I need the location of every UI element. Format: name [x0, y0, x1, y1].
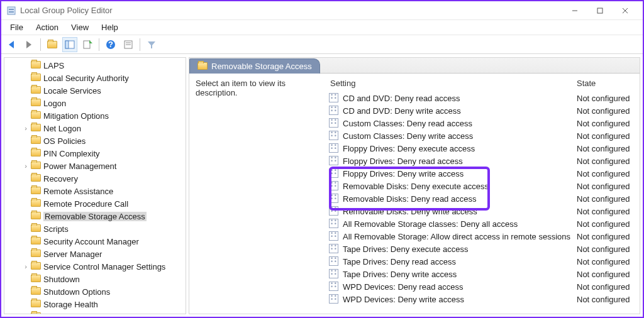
tree-item[interactable]: OS Policies	[4, 134, 186, 147]
tab-removable-storage-access[interactable]: Removable Storage Access	[189, 58, 320, 74]
folder-icon	[31, 174, 41, 183]
tree-item-label: Net Logon	[43, 124, 81, 133]
policy-row[interactable]: Tape Drives: Deny read accessNot configu…	[329, 255, 640, 268]
policy-setting: Custom Classes: Deny read access	[343, 119, 577, 128]
policy-row[interactable]: Floppy Drives: Deny read accessNot confi…	[329, 155, 640, 167]
policy-row[interactable]: Removable Disks: Deny read accessNot con…	[329, 192, 640, 205]
policy-state: Not configured	[577, 156, 640, 166]
tree-item[interactable]: Storage Health	[4, 298, 186, 310]
policy-setting: Removable Disks: Deny read access	[343, 194, 577, 204]
maximize-button[interactable]	[587, 2, 613, 19]
expand-icon[interactable]: ›	[22, 162, 30, 170]
menu-help[interactable]: Help	[95, 21, 125, 33]
svg-marker-18	[148, 41, 155, 48]
tree-item[interactable]: Recovery	[4, 172, 186, 185]
tree-item[interactable]: Mitigation Options	[4, 109, 186, 122]
toolbar: ?	[1, 35, 643, 54]
policy-row[interactable]: CD and DVD: Deny read accessNot configur…	[329, 92, 640, 104]
policy-state: Not configured	[577, 106, 640, 116]
close-button[interactable]	[613, 2, 638, 19]
expand-icon[interactable]: ›	[22, 124, 30, 132]
policy-row[interactable]: CD and DVD: Deny write accessNot configu…	[329, 104, 640, 117]
tree-item-label: Storage Sense	[43, 312, 97, 315]
policy-state: Not configured	[577, 257, 640, 266]
tree-item-label: Locale Services	[43, 86, 101, 96]
svg-text:?: ?	[108, 40, 113, 49]
policy-setting: Floppy Drives: Deny execute access	[343, 144, 577, 153]
policy-state: Not configured	[577, 282, 640, 292]
minimize-button[interactable]	[562, 2, 587, 19]
tree-item[interactable]: Locale Services	[4, 84, 186, 97]
list-header[interactable]: Setting State	[329, 79, 640, 92]
policy-row[interactable]: Removable Disks: Deny execute accessNot …	[329, 180, 640, 192]
tree-item-label: Mitigation Options	[43, 111, 109, 121]
policy-icon	[329, 131, 339, 141]
folder-icon	[31, 124, 41, 133]
menu-file[interactable]: File	[4, 21, 30, 33]
menu-view[interactable]: View	[65, 21, 95, 33]
tree-item[interactable]: ›Service Control Manager Settings	[4, 260, 186, 273]
policy-icon	[329, 168, 339, 178]
policy-state: Not configured	[577, 169, 640, 178]
forward-button[interactable]	[21, 37, 36, 52]
policy-state: Not configured	[577, 144, 640, 153]
tree-item[interactable]: Shutdown Options	[4, 285, 186, 298]
tree-item[interactable]: Local Security Authority	[4, 72, 186, 84]
svg-rect-1	[9, 9, 14, 10]
tree-item-label: Power Management	[43, 162, 116, 171]
policy-state: Not configured	[577, 232, 640, 241]
tree-item[interactable]: Server Manager	[4, 248, 186, 260]
tree-item[interactable]: Shutdown	[4, 273, 186, 285]
filter-button[interactable]	[144, 37, 159, 52]
policy-row[interactable]: Floppy Drives: Deny write accessNot conf…	[329, 167, 640, 180]
help-button[interactable]: ?	[103, 37, 118, 52]
folder-icon	[31, 262, 41, 271]
policy-icon	[329, 181, 339, 191]
tree-item-label: PIN Complexity	[43, 149, 100, 158]
folder-icon	[31, 111, 41, 120]
tree-item[interactable]: Scripts	[4, 222, 186, 235]
policy-row[interactable]: Custom Classes: Deny read accessNot conf…	[329, 117, 640, 129]
app-icon	[6, 6, 16, 16]
policy-row[interactable]: Removable Disks: Deny write accessNot co…	[329, 205, 640, 217]
show-hide-tree-button[interactable]	[62, 37, 77, 52]
tree-item-label: Remote Assistance	[43, 187, 113, 196]
navigation-tree[interactable]: LAPSLocal Security AuthorityLocale Servi…	[4, 57, 186, 314]
tree-item[interactable]: Remote Assistance	[4, 185, 186, 197]
folder-icon	[31, 199, 41, 208]
expand-icon[interactable]: ›	[22, 263, 30, 270]
tree-item-label: Security Account Manager	[43, 237, 139, 246]
tree-item[interactable]: Security Account Manager	[4, 235, 186, 248]
folder-icon	[31, 237, 41, 246]
up-one-level-button[interactable]	[45, 37, 60, 52]
policy-row[interactable]: All Removable Storage: Allow direct acce…	[329, 230, 640, 243]
tree-item[interactable]: PIN Complexity	[4, 147, 186, 160]
tree-item-label: Remote Procedure Call	[43, 199, 128, 209]
back-button[interactable]	[4, 37, 19, 52]
folder-icon	[31, 99, 41, 107]
header-setting[interactable]: Setting	[329, 79, 577, 88]
tree-item[interactable]: Logon	[4, 97, 186, 109]
policy-row[interactable]: Floppy Drives: Deny execute accessNot co…	[329, 142, 640, 155]
policy-row[interactable]: WPD Devices: Deny write accessNot config…	[329, 293, 640, 305]
menu-action[interactable]: Action	[30, 21, 65, 33]
tree-item-label: OS Policies	[43, 136, 86, 146]
toolbar-separator	[99, 38, 99, 51]
export-list-button[interactable]	[80, 37, 95, 52]
header-state[interactable]: State	[577, 79, 640, 88]
tree-item[interactable]: Storage Sense	[4, 310, 186, 314]
policy-icon	[329, 219, 339, 229]
policy-row[interactable]: Tape Drives: Deny write accessNot config…	[329, 268, 640, 280]
policy-row[interactable]: Custom Classes: Deny write accessNot con…	[329, 129, 640, 142]
properties-button[interactable]	[121, 37, 136, 52]
policy-row[interactable]: Tape Drives: Deny execute accessNot conf…	[329, 243, 640, 255]
tree-item[interactable]: Removable Storage Access	[4, 210, 186, 222]
folder-icon	[197, 62, 208, 71]
tree-item[interactable]: ›Power Management	[4, 160, 186, 172]
policy-row[interactable]: All Removable Storage classes: Deny all …	[329, 217, 640, 230]
tree-item[interactable]: Remote Procedure Call	[4, 197, 186, 210]
policy-row[interactable]: WPD Devices: Deny read accessNot configu…	[329, 280, 640, 293]
tree-item[interactable]: ›Net Logon	[4, 122, 186, 134]
tree-item[interactable]: LAPS	[4, 59, 186, 72]
svg-rect-11	[84, 41, 90, 48]
